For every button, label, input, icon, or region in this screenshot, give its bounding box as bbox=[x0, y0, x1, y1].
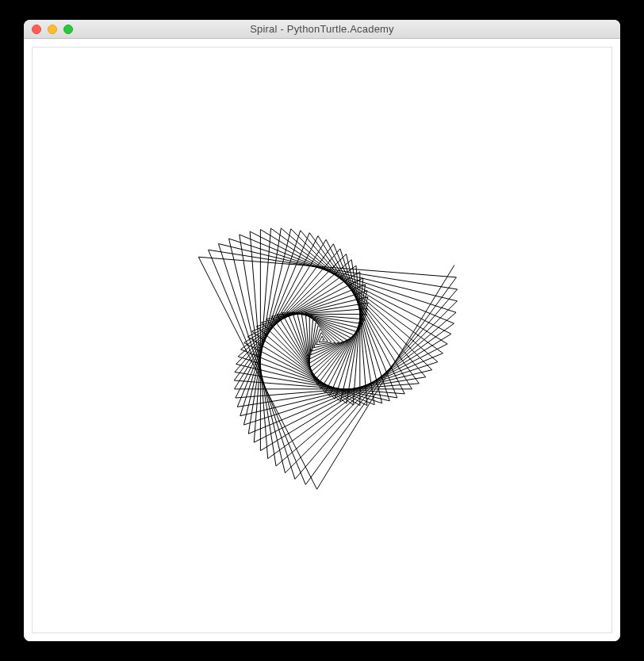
zoom-button[interactable] bbox=[63, 25, 73, 34]
canvas-border bbox=[32, 47, 612, 633]
traffic-lights-group bbox=[24, 25, 73, 34]
minimize-button[interactable] bbox=[48, 25, 57, 34]
window-title: Spiral - PythonTurtle.Academy bbox=[24, 23, 620, 35]
turtle-canvas bbox=[33, 48, 611, 632]
spiral-drawing bbox=[198, 228, 457, 489]
close-button[interactable] bbox=[32, 25, 41, 34]
application-window: Spiral - PythonTurtle.Academy bbox=[24, 20, 620, 641]
window-titlebar[interactable]: Spiral - PythonTurtle.Academy bbox=[24, 20, 620, 39]
canvas-container bbox=[24, 39, 620, 641]
